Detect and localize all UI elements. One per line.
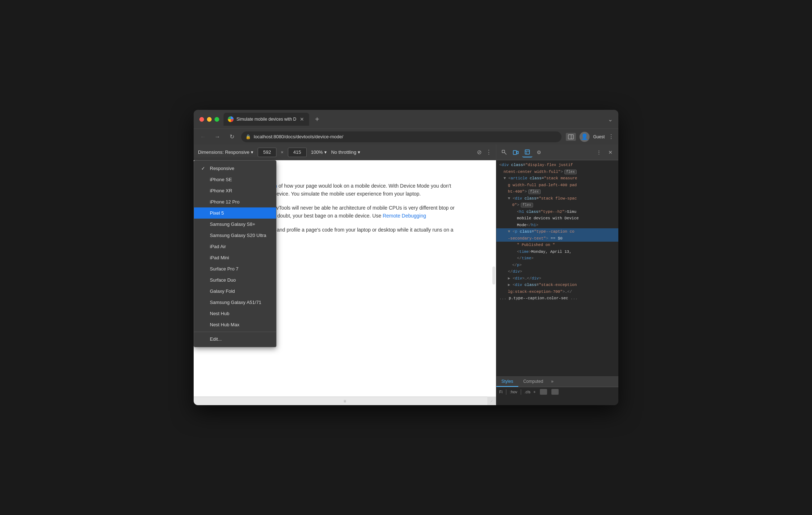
zoom-label: 100% bbox=[311, 149, 323, 155]
dropdown-item-label: iPhone SE bbox=[210, 177, 232, 182]
dropdown-item-label: Galaxy Fold bbox=[210, 288, 235, 294]
cls-filter[interactable]: .cls bbox=[524, 390, 531, 394]
more-tabs-button[interactable]: » bbox=[548, 377, 556, 387]
tab-close-button[interactable]: ✕ bbox=[299, 116, 305, 122]
zoom-select[interactable]: 100% ▾ bbox=[311, 149, 327, 155]
toggle-element-state-button[interactable] bbox=[551, 389, 559, 395]
html-line-11[interactable]: -secondary-text"> == $0 bbox=[496, 235, 618, 242]
dropdown-item-surface-pro-7[interactable]: Surface Pro 7 bbox=[194, 263, 276, 274]
dropdown-item-responsive[interactable]: ✓Responsive bbox=[194, 163, 276, 174]
dropdown-item-galaxy-fold[interactable]: Galaxy Fold bbox=[194, 286, 276, 297]
html-line-0[interactable]: <div class="display-flex justif bbox=[496, 162, 618, 169]
drag-handle-icon: ≡ bbox=[343, 399, 346, 404]
dimensions-label: Dimensions: Responsive bbox=[198, 149, 249, 155]
dropdown-item-nest-hub-max[interactable]: Nest Hub Max bbox=[194, 319, 276, 330]
dropdown-item-label: iPhone 12 Pro bbox=[210, 199, 239, 205]
zoom-dropdown-arrow: ▾ bbox=[324, 149, 327, 155]
device-mode-button[interactable] bbox=[511, 147, 521, 157]
html-line-7[interactable]: <h1 class="type--h2">Simu bbox=[496, 209, 618, 215]
dropdown-item-nest-hub[interactable]: Nest Hub bbox=[194, 308, 276, 319]
remote-debugging-link[interactable]: Remote Debugging bbox=[383, 213, 426, 219]
minimize-window-button[interactable] bbox=[207, 117, 212, 122]
address-right-controls: 👤 Guest ⋮ bbox=[566, 132, 614, 142]
svg-line-3 bbox=[505, 153, 506, 154]
styles-tab[interactable]: Styles bbox=[496, 377, 518, 387]
bottom-resize-handle[interactable]: ≡ ⟋ bbox=[194, 397, 496, 405]
html-line-2[interactable]: ▼ <article class="stack measure bbox=[496, 175, 618, 182]
close-window-button[interactable] bbox=[199, 117, 204, 122]
dropdown-item-samsung-galaxy-s8+[interactable]: Samsung Galaxy S8+ bbox=[194, 219, 276, 230]
svg-rect-4 bbox=[513, 151, 516, 154]
svg-rect-2 bbox=[502, 150, 505, 153]
html-line-13[interactable]: <time>Monday, April 13, bbox=[496, 248, 618, 255]
page-scrollbar[interactable] bbox=[492, 267, 495, 285]
devtools-html-content: <div class="display-flex justifntent-cen… bbox=[496, 160, 618, 376]
html-line-8[interactable]: mobile devices with Device bbox=[496, 215, 618, 222]
device-toolbar: Dimensions: Responsive ▾ × 100% ▾ No thr… bbox=[194, 144, 496, 160]
html-line-3[interactable]: g width-full pad-left-400 pad bbox=[496, 182, 618, 189]
dropdown-item-label: Nest Hub Max bbox=[210, 322, 239, 327]
html-line-18[interactable]: ▶ <div class="stack-exception bbox=[496, 282, 618, 288]
html-line-1[interactable]: ntent-center width-full">flex bbox=[496, 169, 618, 175]
dropdown-item-pixel-5[interactable]: Pixel 5 bbox=[194, 207, 276, 219]
sensors-icon[interactable]: ⊘ bbox=[477, 149, 482, 156]
hover-filter[interactable]: :hov bbox=[510, 390, 517, 394]
resize-corner-icon[interactable]: ⟋ bbox=[490, 399, 493, 403]
add-style-rule[interactable]: + bbox=[533, 390, 536, 394]
height-input[interactable] bbox=[288, 148, 307, 157]
browser-menu-button[interactable]: ⋮ bbox=[608, 133, 614, 140]
html-line-9[interactable]: Mode</h1> bbox=[496, 222, 618, 229]
toggle-devtools-button[interactable] bbox=[566, 133, 576, 141]
dropdown-item-ipad-air[interactable]: iPad Air bbox=[194, 241, 276, 252]
html-line-12[interactable]: " Published on " bbox=[496, 242, 618, 248]
dropdown-item-iphone-12-pro[interactable]: iPhone 12 Pro bbox=[194, 196, 276, 207]
html-line-16[interactable]: </div> bbox=[496, 268, 618, 275]
back-button[interactable]: ← bbox=[198, 132, 208, 142]
settings-button[interactable]: ⚙ bbox=[534, 147, 544, 157]
dimension-cross-icon: × bbox=[281, 149, 284, 155]
flex-badge: flex bbox=[564, 170, 577, 174]
dropdown-item-surface-duo[interactable]: Surface Duo bbox=[194, 274, 276, 286]
html-line-20[interactable]: ... p.type--caption.color-sec ... bbox=[496, 295, 618, 302]
filter-fi[interactable]: Fi bbox=[499, 390, 502, 394]
window-controls-button[interactable]: ⌄ bbox=[608, 116, 613, 123]
close-devtools-button[interactable]: ✕ bbox=[605, 147, 615, 157]
elements-panel-button[interactable] bbox=[522, 147, 532, 157]
html-line-15[interactable]: </p> bbox=[496, 262, 618, 269]
new-style-rule-button[interactable] bbox=[540, 389, 547, 395]
computed-tab[interactable]: Computed bbox=[518, 377, 548, 387]
tab-bar: Simulate mobile devices with D ✕ + ⌄ bbox=[224, 113, 613, 126]
active-tab[interactable]: Simulate mobile devices with D ✕ bbox=[224, 113, 309, 126]
dropdown-item-samsung-galaxy-a51/71[interactable]: Samsung Galaxy A51/71 bbox=[194, 297, 276, 308]
html-line-10[interactable]: ▼ <p class="type--caption co bbox=[496, 228, 618, 235]
dropdown-item-samsung-galaxy-s20-ultra[interactable]: Samsung Galaxy S20 Ultra bbox=[194, 230, 276, 241]
html-line-17[interactable]: ▶ <div>…</div> bbox=[496, 275, 618, 282]
more-devtools-button[interactable]: ⋮ bbox=[594, 147, 604, 157]
dropdown-item-label: Surface Pro 7 bbox=[210, 266, 239, 272]
inspect-element-button[interactable] bbox=[499, 147, 509, 157]
dropdown-item-iphone-se[interactable]: iPhone SE bbox=[194, 174, 276, 185]
width-input[interactable] bbox=[258, 148, 276, 157]
svg-rect-6 bbox=[525, 150, 529, 154]
new-tab-button[interactable]: + bbox=[312, 114, 322, 124]
html-line-14[interactable]: </time> bbox=[496, 255, 618, 262]
maximize-window-button[interactable] bbox=[215, 117, 219, 122]
dropdown-item-edit...[interactable]: Edit... bbox=[194, 333, 276, 345]
dropdown-item-label: Samsung Galaxy A51/71 bbox=[210, 300, 261, 305]
user-avatar-button[interactable]: 👤 bbox=[579, 132, 590, 142]
forward-button[interactable]: → bbox=[212, 132, 222, 142]
refresh-button[interactable]: ↻ bbox=[227, 132, 237, 142]
url-bar[interactable]: 🔒 localhost:8080/docs/devtools/device-mo… bbox=[241, 131, 561, 142]
dimensions-select[interactable]: Dimensions: Responsive ▾ bbox=[198, 149, 253, 155]
more-options-icon[interactable]: ⋮ bbox=[486, 149, 492, 156]
html-line-6[interactable]: 0">flex bbox=[496, 202, 618, 209]
html-line-4[interactable]: ht-400">flex bbox=[496, 188, 618, 195]
html-line-5[interactable]: ▼ <div class="stack flow-spac bbox=[496, 195, 618, 202]
throttle-select[interactable]: No throttling ▾ bbox=[331, 149, 360, 155]
dropdown-item-label: Nest Hub bbox=[210, 311, 229, 316]
html-line-19[interactable]: lg:stack-exception-700">…</ bbox=[496, 288, 618, 295]
dropdown-item-label: Surface Duo bbox=[210, 277, 236, 283]
dropdown-item-iphone-xr[interactable]: iPhone XR bbox=[194, 185, 276, 196]
dropdown-item-ipad-mini[interactable]: iPad Mini bbox=[194, 252, 276, 263]
dropdown-menu: ✓ResponsiveiPhone SEiPhone XRiPhone 12 P… bbox=[194, 160, 276, 347]
